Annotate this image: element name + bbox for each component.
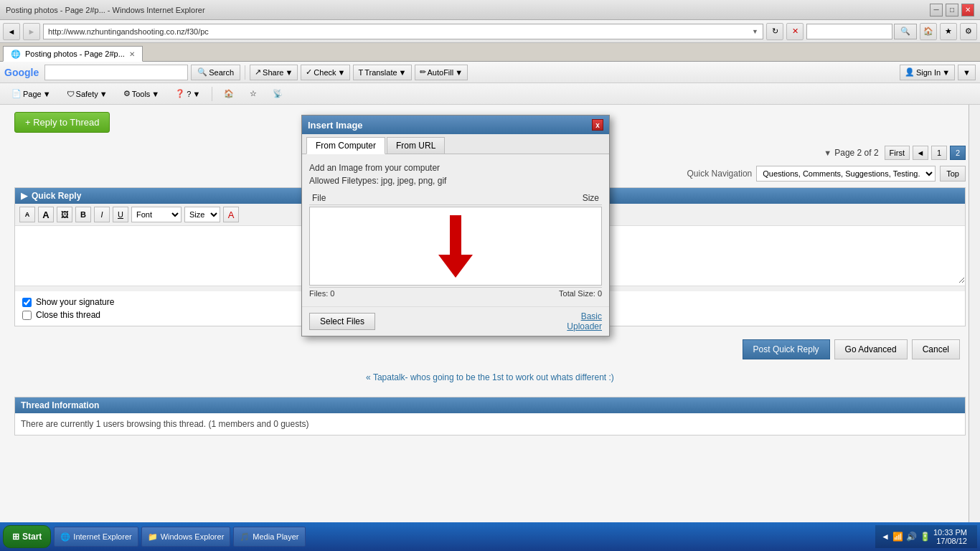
select-files-button[interactable]: Select Files <box>309 313 375 330</box>
favorites-button[interactable]: ★ <box>940 23 957 40</box>
home-button[interactable]: 🏠 <box>920 23 937 40</box>
taskbar-ie-button[interactable]: 🌐 Internet Explorer <box>54 527 138 547</box>
tools-button[interactable]: ⚙ <box>960 23 977 40</box>
dialog-info-line1: Add an Image from your computer <box>309 161 602 174</box>
tab-from-computer[interactable]: From Computer <box>306 137 385 154</box>
google-logo: Google <box>4 67 39 78</box>
close-thread-checkbox[interactable] <box>22 311 32 320</box>
ie-help-button[interactable]: ❓ ?▼ <box>169 86 206 102</box>
files-count: Files: 0 <box>309 289 334 298</box>
ie-extra-button1[interactable]: 🏠 <box>218 86 240 102</box>
quick-nav-label: Quick Navigation <box>687 169 753 179</box>
forward-button[interactable]: ► <box>23 23 40 40</box>
taskbar: ⊞ Start 🌐 Internet Explorer 📁 Windows Ex… <box>0 522 980 551</box>
total-size: Total Size: 0 <box>559 289 602 298</box>
windows-logo-icon: ⊞ <box>12 532 19 542</box>
taskbar-media-button[interactable]: 🎵 Media Player <box>233 527 305 547</box>
thread-info-section: Thread Information There are currently 1… <box>14 397 966 435</box>
dialog-titlebar: Insert Image x <box>302 116 609 134</box>
editor-underline[interactable]: U <box>113 207 128 222</box>
translate-button[interactable]: T Translate▼ <box>353 65 411 80</box>
address-dropdown-icon[interactable]: ▼ <box>752 28 758 35</box>
post-quick-reply-button[interactable]: Post Quick Reply <box>743 339 830 359</box>
dialog-info-line2: Allowed Filetypes: jpg, jpeg, png, gif <box>309 174 602 187</box>
prev-page-button[interactable]: ◄ <box>913 146 928 160</box>
tab-icon: 🌐 <box>11 50 21 59</box>
thread-info-body: There are currently 1 users browsing thi… <box>15 413 965 435</box>
search-area: 🔍 <box>806 24 917 39</box>
quick-reply-title: Quick Reply <box>32 191 81 201</box>
autofill-button[interactable]: ✏ AutoFill▼ <box>415 65 468 80</box>
drop-arrow <box>438 215 473 278</box>
go-advanced-button[interactable]: Go Advanced <box>834 339 908 359</box>
first-page-button[interactable]: First <box>885 146 910 160</box>
check-button[interactable]: ✓ Check▼ <box>301 65 350 80</box>
active-tab[interactable]: 🌐 Posting photos - Page 2#p... ✕ <box>3 46 143 62</box>
basic-uploader-link[interactable]: Basic Uploader <box>567 311 602 331</box>
editor-font-size-large[interactable]: A <box>38 207 54 222</box>
signin-button[interactable]: 👤 Sign In▼ <box>900 65 955 80</box>
thread-info-header: Thread Information <box>15 397 965 413</box>
tab-from-url[interactable]: From URL <box>387 137 445 154</box>
share-button[interactable]: ↗ Share▼ <box>250 65 298 80</box>
top-button[interactable]: Top <box>940 166 966 182</box>
start-button[interactable]: ⊞ Start <box>3 525 51 548</box>
toolbar-settings-button[interactable]: ▼ <box>958 65 976 80</box>
taskbar-folder-button[interactable]: 📁 Windows Explorer <box>141 527 231 547</box>
show-signature-checkbox[interactable] <box>22 298 32 307</box>
size-col-label: Size <box>583 193 599 203</box>
page-1-button[interactable]: 1 <box>931 146 947 160</box>
refresh-button[interactable]: ↻ <box>766 23 783 40</box>
navigation-bar: ◄ ► http://www.nzhuntingandshooting.co.n… <box>0 20 980 43</box>
ie-page-button[interactable]: 📄 Page▼ <box>6 86 57 102</box>
dialog-close-button[interactable]: x <box>592 119 603 131</box>
ie-tools-button[interactable]: ⚙ Tools▼ <box>118 86 166 102</box>
editor-color[interactable]: A <box>223 207 239 222</box>
file-table-header: File Size <box>309 192 602 205</box>
address-text: http://www.nzhuntingandshooting.co.nz/f3… <box>48 27 752 36</box>
size-select[interactable]: Size <box>184 207 220 222</box>
volume-icon: 🔊 <box>906 532 917 542</box>
editor-bold[interactable]: B <box>75 207 91 222</box>
ie-safety-button[interactable]: 🛡 Safety▼ <box>61 86 113 102</box>
reply-to-thread-button[interactable]: + Reply to Thread <box>14 112 110 133</box>
stop-button[interactable]: ✕ <box>786 23 804 40</box>
font-select[interactable]: Font <box>131 207 182 222</box>
share-icon: ↗ <box>255 67 261 77</box>
quick-nav-select[interactable]: Questions, Comments, Suggestions, Testin… <box>756 166 936 182</box>
user-icon: 👤 <box>905 67 915 77</box>
network-icon: 📶 <box>892 532 903 542</box>
editor-image-insert[interactable]: 🖼 <box>57 207 72 222</box>
browser-titlebar: Posting photos - Page 2#p... - Windows I… <box>0 0 980 20</box>
minimize-button[interactable]: ─ <box>930 4 943 17</box>
taskbar-clock: 10:33 PM 17/08/12 <box>933 528 971 545</box>
address-bar[interactable]: http://www.nzhuntingandshooting.co.nz/f3… <box>43 24 763 39</box>
dialog-tabs: From Computer From URL <box>302 134 609 154</box>
autofill-icon: ✏ <box>420 67 426 77</box>
tapatalk-link[interactable]: « Tapatalk- whos going to be the 1st to … <box>366 372 614 382</box>
dialog-body: Add an Image from your computer Allowed … <box>302 154 609 306</box>
maximize-button[interactable]: □ <box>946 4 958 17</box>
editor-italic[interactable]: I <box>94 207 110 222</box>
tab-close-button[interactable]: ✕ <box>129 50 135 58</box>
quick-reply-icon: ▶ <box>21 191 27 201</box>
editor-font-size-small[interactable]: A <box>19 207 35 222</box>
cancel-button[interactable]: Cancel <box>912 339 960 359</box>
back-button[interactable]: ◄ <box>3 23 20 40</box>
page-dropdown-icon[interactable]: ▼ <box>824 149 831 157</box>
ie-extra-button3[interactable]: 📡 <box>267 86 288 102</box>
search-button[interactable]: 🔍 <box>894 24 917 39</box>
window-controls: ─ □ ✕ <box>930 4 974 17</box>
media-icon: 🎵 <box>240 532 250 542</box>
close-button[interactable]: ✕ <box>961 4 974 17</box>
scrollbar-vertical[interactable] <box>969 105 980 551</box>
google-search-input[interactable] <box>44 65 188 80</box>
search-input[interactable] <box>806 24 892 39</box>
ie-toolbar: 📄 Page▼ 🛡 Safety▼ ⚙ Tools▼ ❓ ?▼ 🏠 ☆ 📡 <box>0 83 980 105</box>
ie-extra-button2[interactable]: ☆ <box>244 86 263 102</box>
google-search-button[interactable]: 🔍 Search <box>191 65 240 80</box>
file-stats: Files: 0 Total Size: 0 <box>309 287 602 299</box>
file-drop-area[interactable] <box>309 207 602 286</box>
hide-icons-button[interactable]: ◄ <box>881 532 890 542</box>
page-2-button[interactable]: 2 <box>950 146 966 160</box>
